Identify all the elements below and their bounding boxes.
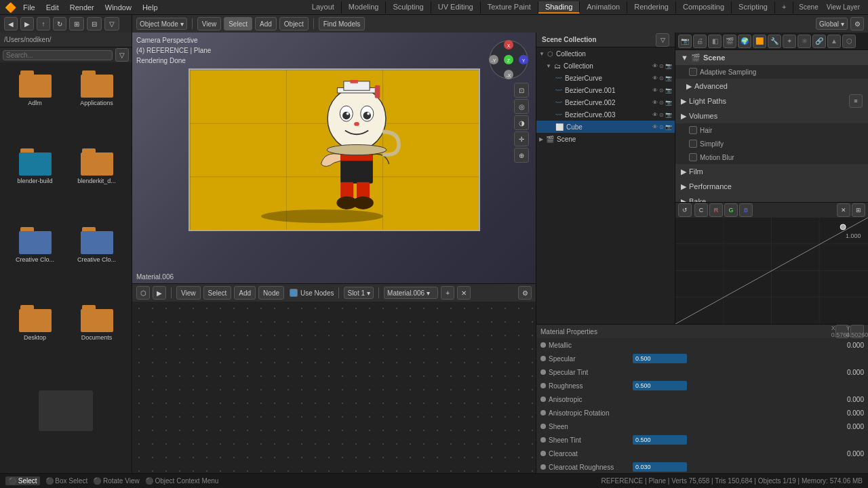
view-mode-btn[interactable]: ⊞ (69, 17, 84, 30)
light-paths-menu-icon[interactable]: ≡ (849, 94, 863, 108)
tab-uv-editing[interactable]: UV Editing (431, 1, 481, 14)
overlay-icon[interactable]: ◎ (514, 99, 529, 114)
view-layer-icon[interactable]: ◧ (708, 35, 722, 48)
node-select-btn[interactable]: Select (203, 286, 232, 300)
file-item-blenderkit[interactable]: blenderkit_d... (67, 146, 126, 221)
material-icon[interactable]: ⬡ (842, 35, 856, 48)
file-item-blender-build[interactable]: blender-build (5, 146, 64, 221)
search-input[interactable] (3, 50, 113, 60)
menu-edit[interactable]: Edit (41, 2, 64, 13)
object-mode-dropdown[interactable]: Object Mode ▾ (136, 18, 187, 30)
tab-compositing[interactable]: Compositing (676, 1, 732, 14)
scene-selector[interactable]: Scene (799, 3, 818, 11)
channel-b-btn[interactable]: B (739, 203, 753, 217)
channel-g-btn[interactable]: G (724, 203, 738, 217)
tab-texture-paint[interactable]: Texture Paint (481, 1, 538, 14)
curves-expand-icon[interactable]: ⊞ (852, 203, 865, 217)
filter-icon[interactable]: ▽ (115, 48, 129, 62)
curve-canvas[interactable]: 1.000 (675, 218, 868, 324)
use-nodes-toggle[interactable]: Use Nodes (290, 289, 334, 297)
node-node-btn[interactable]: Node (258, 286, 284, 300)
menu-render[interactable]: Render (64, 2, 100, 13)
filter-btn[interactable]: ⊟ (87, 17, 102, 30)
menu-file[interactable]: File (18, 2, 41, 13)
new-material-icon[interactable]: + (441, 286, 454, 300)
bake-header[interactable]: ▶ Bake (675, 194, 868, 202)
back-btn[interactable]: ◀ (4, 17, 18, 30)
viewport[interactable]: Camera Perspective (4) REFERENCE | Plane… (132, 33, 536, 283)
shading-icon[interactable]: ◑ (514, 115, 529, 130)
film-header[interactable]: ▶ Film (675, 164, 868, 179)
specular-bar[interactable]: 0.500 (633, 354, 687, 363)
global-dropdown[interactable]: Global ▾ (816, 18, 848, 30)
hair-checkbox[interactable] (689, 126, 697, 134)
channel-r-btn[interactable]: R (709, 203, 723, 217)
simplify-row[interactable]: Simplify (675, 137, 868, 150)
hair-row[interactable]: Hair (675, 123, 868, 137)
curves-close-icon[interactable]: ✕ (837, 203, 850, 217)
file-item-adlm[interactable]: Adlm (5, 68, 64, 143)
data-icon[interactable]: ▲ (827, 35, 841, 48)
slot-dropdown[interactable]: Slot 1 ▾ (344, 287, 374, 299)
adaptive-sampling-row[interactable]: Adaptive Sampling (675, 65, 868, 79)
channel-c-btn[interactable]: C (694, 203, 708, 217)
outliner-item-beziercurve[interactable]: 〰 BezierCurve 👁 ⊙ 📷 (536, 72, 675, 84)
view-layer-selector[interactable]: View Layer (827, 3, 860, 11)
delete-material-icon[interactable]: ✕ (457, 286, 471, 300)
physics-icon[interactable]: ⚛ (797, 35, 811, 48)
perspective-icon[interactable]: ⊡ (514, 83, 529, 98)
refresh-btn[interactable]: ↻ (53, 17, 66, 30)
tab-modeling[interactable]: Modeling (342, 1, 387, 14)
file-item-desktop[interactable]: Desktop (5, 302, 64, 378)
view-btn[interactable]: View (197, 17, 222, 30)
constraints-icon[interactable]: 🔗 (812, 35, 826, 48)
object-props-icon[interactable]: 🟧 (753, 35, 766, 48)
motion-blur-checkbox[interactable] (689, 153, 697, 161)
parent-btn[interactable]: ↑ (37, 17, 50, 30)
outliner-item-beziercurve001[interactable]: 〰 BezierCurve.001 👁 ⊙ 📷 (536, 84, 675, 96)
adaptive-sampling-checkbox[interactable] (689, 68, 697, 76)
outliner-item-beziercurve003[interactable]: 〰 BezierCurve.003 👁 ⊙ 📷 (536, 108, 675, 121)
tab-plus[interactable]: + (775, 1, 793, 14)
simplify-checkbox[interactable] (689, 140, 697, 148)
tab-sculpting[interactable]: Sculpting (386, 1, 431, 14)
node-view-btn[interactable]: View (176, 286, 201, 300)
clearcoat-roughness-bar[interactable]: 0.030 (633, 462, 687, 472)
file-item-documents[interactable]: Documents (67, 302, 126, 378)
file-item-apps[interactable]: Applications (67, 68, 126, 143)
scene-section-header[interactable]: ▼ 🎬 Scene (675, 50, 868, 65)
light-paths-header[interactable]: ▶ Light Paths ≡ (675, 94, 868, 108)
sheen-tint-bar[interactable]: 0.500 (633, 435, 687, 445)
forward-btn[interactable]: ▶ (20, 17, 34, 30)
move-icon[interactable]: ⊕ (514, 148, 529, 163)
render-icon[interactable]: 📷 (678, 35, 692, 48)
performance-header[interactable]: ▶ Performance (675, 179, 868, 194)
node-settings-icon[interactable]: ⚙ (518, 286, 532, 300)
menu-window[interactable]: Window (100, 2, 137, 13)
motion-blur-row[interactable]: Motion Blur (675, 150, 868, 164)
viewport-settings-icon[interactable]: ⚙ (850, 17, 864, 30)
tab-animation[interactable]: Animation (580, 1, 627, 14)
file-item-creative2[interactable]: Creative Clo... (67, 224, 126, 300)
volumes-header[interactable]: ▶ Volumes (675, 108, 868, 123)
sort-btn[interactable]: ▽ (104, 17, 119, 30)
cursor-icon[interactable]: ✛ (514, 131, 529, 146)
scene-props-icon[interactable]: 🎬 (723, 35, 736, 48)
particles-icon[interactable]: ✦ (783, 35, 796, 48)
modifier-icon[interactable]: 🔧 (768, 35, 781, 48)
outliner-item-scene-collection[interactable]: ▼ ⬡ Collection (536, 47, 675, 60)
node-canvas[interactable] (132, 302, 536, 473)
curves-reset-icon[interactable]: ↺ (678, 203, 692, 217)
add-btn[interactable]: Add (255, 17, 277, 30)
world-icon[interactable]: 🌍 (738, 35, 751, 48)
outliner-item-collection[interactable]: ▼ 🗂 Collection 👁 ⊙ 📷 (536, 60, 675, 72)
advanced-header[interactable]: ▶ Advanced (675, 79, 868, 94)
select-btn[interactable]: Select (224, 17, 252, 30)
material-dropdown[interactable]: Material.006 ▾ (384, 287, 438, 299)
tab-rendering[interactable]: Rendering (627, 1, 676, 14)
outliner-item-cube[interactable]: ⬜ Cube 👁 ⊙ 📷 (536, 121, 675, 133)
object-btn[interactable]: Object (279, 17, 309, 30)
node-editor-type-icon[interactable]: ⬡ (136, 286, 150, 300)
menu-help[interactable]: Help (137, 2, 163, 13)
find-models-btn[interactable]: Find Models (319, 17, 365, 30)
